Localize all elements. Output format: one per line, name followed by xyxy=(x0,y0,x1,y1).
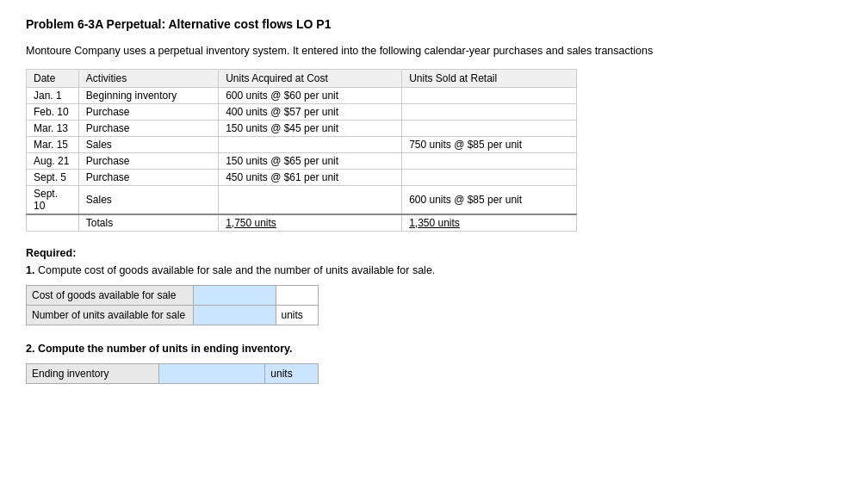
cell-activity: Purchase xyxy=(78,170,218,186)
header-acquired: Units Acquired at Cost xyxy=(219,70,402,88)
cell-sold: 600 units @ $85 per unit xyxy=(402,186,577,215)
cell-activity: Beginning inventory xyxy=(78,88,218,104)
cell-sold xyxy=(402,153,577,170)
cell-sold xyxy=(402,104,577,121)
units-unit: units xyxy=(276,306,318,325)
units-input-cell[interactable] xyxy=(193,306,276,325)
cell-date: Aug. 21 xyxy=(27,153,79,170)
cell-acquired: 450 units @ $61 per unit xyxy=(219,170,402,186)
cell-acquired: 150 units @ $65 per unit xyxy=(219,153,402,170)
cogs-label: Cost of goods available for sale xyxy=(27,286,194,306)
ending-inventory-table: Ending inventory units xyxy=(26,363,319,384)
ending-inventory-row: Ending inventory units xyxy=(27,364,319,384)
table-row: Sept. 5 Purchase 450 units @ $61 per uni… xyxy=(27,170,577,186)
cell-acquired: 150 units @ $45 per unit xyxy=(219,121,402,137)
answer-row-units: Number of units available for sale units xyxy=(27,306,319,325)
question2-text: 2. Compute the number of units in ending… xyxy=(26,343,842,355)
question1-text: 1. Compute cost of goods available for s… xyxy=(26,264,842,276)
cogs-unit xyxy=(276,286,318,306)
totals-empty1 xyxy=(27,214,79,232)
cell-date: Jan. 1 xyxy=(27,88,79,104)
ending-inventory-input[interactable] xyxy=(164,368,259,380)
cell-sold: 750 units @ $85 per unit xyxy=(402,137,577,153)
totals-label: Totals xyxy=(78,214,218,232)
answer-table-1: Cost of goods available for sale Number … xyxy=(26,285,319,325)
table-row: Aug. 21 Purchase 150 units @ $65 per uni… xyxy=(27,153,577,170)
header-activities: Activities xyxy=(78,70,218,88)
cell-activity: Purchase xyxy=(78,104,218,121)
header-date: Date xyxy=(27,70,79,88)
cell-date: Feb. 10 xyxy=(27,104,79,121)
cell-activity: Purchase xyxy=(78,153,218,170)
inventory-table: Date Activities Units Acquired at Cost U… xyxy=(26,69,577,232)
ending-inventory-input-cell[interactable] xyxy=(159,364,265,384)
table-row: Mar. 15 Sales 750 units @ $85 per unit xyxy=(27,137,577,153)
cell-sold xyxy=(402,170,577,186)
table-row: Jan. 1 Beginning inventory 600 units @ $… xyxy=(27,88,577,104)
question2-description: Compute the number of units in ending in… xyxy=(38,343,293,355)
totals-acquired: 1,750 units xyxy=(219,214,402,232)
cell-acquired xyxy=(219,186,402,215)
cell-acquired xyxy=(219,137,402,153)
cogs-input-cell[interactable] xyxy=(193,286,276,306)
question1-description: Compute cost of goods available for sale… xyxy=(38,264,435,276)
units-label: Number of units available for sale xyxy=(27,306,194,325)
table-row: Feb. 10 Purchase 400 units @ $57 per uni… xyxy=(27,104,577,121)
table-row: Mar. 13 Purchase 150 units @ $45 per uni… xyxy=(27,121,577,137)
totals-sold-value: 1,350 units xyxy=(409,217,460,229)
question1-number: 1. xyxy=(26,264,34,276)
required-section: Required: 1. Compute cost of goods avail… xyxy=(26,247,842,384)
cell-activity: Sales xyxy=(78,186,218,215)
cell-sold xyxy=(402,121,577,137)
required-label: Required: xyxy=(26,247,842,259)
totals-row: Totals 1,750 units 1,350 units xyxy=(27,214,577,232)
cell-date: Sept. 5 xyxy=(27,170,79,186)
table-row: Sept. 10 Sales 600 units @ $85 per unit xyxy=(27,186,577,215)
totals-sold: 1,350 units xyxy=(402,214,577,232)
units-input[interactable] xyxy=(199,309,270,321)
cell-acquired: 400 units @ $57 per unit xyxy=(219,104,402,121)
cell-date: Sept. 10 xyxy=(27,186,79,215)
answer-row-cogs: Cost of goods available for sale xyxy=(27,286,319,306)
ending-inventory-label: Ending inventory xyxy=(27,364,159,384)
cell-sold xyxy=(402,88,577,104)
cell-date: Mar. 13 xyxy=(27,121,79,137)
totals-acquired-value: 1,750 units xyxy=(226,217,276,229)
cell-acquired: 600 units @ $60 per unit xyxy=(219,88,402,104)
cogs-input[interactable] xyxy=(199,289,270,301)
cell-activity: Purchase xyxy=(78,121,218,137)
header-sold: Units Sold at Retail xyxy=(402,70,577,88)
question2-number: 2. xyxy=(26,343,34,355)
cell-date: Mar. 15 xyxy=(27,137,79,153)
ending-inventory-unit: units xyxy=(265,364,319,384)
cell-activity: Sales xyxy=(78,137,218,153)
intro-text: Montoure Company uses a perpetual invent… xyxy=(26,45,842,57)
page-title: Problem 6-3A Perpetual: Alternative cost… xyxy=(26,17,842,31)
